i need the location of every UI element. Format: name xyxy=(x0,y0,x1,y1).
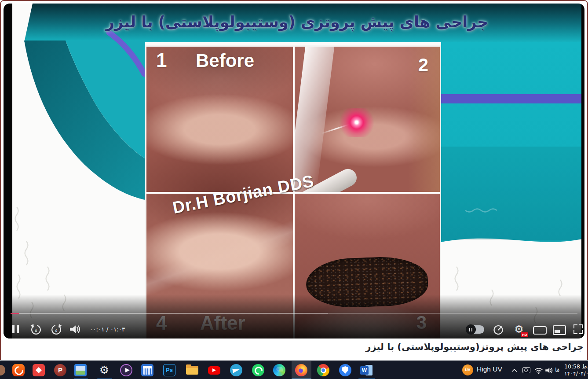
chrome-center-icon xyxy=(321,368,326,373)
clock-time: ب.ظ 10:58 xyxy=(564,363,588,370)
diamond-icon xyxy=(36,367,42,373)
wifi-icon[interactable] xyxy=(534,367,543,374)
clock-date: ۱۴۰۴/۰۴/۰۶ xyxy=(564,370,588,377)
playback-speed-button[interactable] xyxy=(493,324,504,335)
psiphon-letter: P xyxy=(58,366,62,374)
taskbar-icon-word[interactable]: W xyxy=(360,364,373,376)
folder-icon xyxy=(186,368,198,375)
video-overlay-title: جراحی های پیش پروتزی (وستیبولوپلاستی) با… xyxy=(12,13,581,31)
volume-button[interactable] xyxy=(69,324,81,334)
weather-label[interactable]: High UV xyxy=(477,365,502,373)
quadrant-number-1: 1 xyxy=(156,49,167,71)
calculator-icon xyxy=(143,366,152,375)
photo-icon xyxy=(76,366,85,375)
taskbar-icon-telegram[interactable] xyxy=(230,364,242,376)
taskbar-icon-vpn-orange[interactable] xyxy=(12,364,25,376)
fullscreen-button[interactable] xyxy=(573,324,583,334)
quadrant-number-2: 2 xyxy=(418,55,428,76)
photoshop-letters: Ps xyxy=(166,367,173,373)
play-icon xyxy=(125,368,130,372)
taskbar-icon-media-player[interactable] xyxy=(120,364,132,376)
hd-quality-badge: HD xyxy=(521,332,528,337)
windows-taskbar: P ⚙ Ps W UV High UV xyxy=(0,361,588,379)
swirl-icon xyxy=(13,364,25,377)
taskbar-icon-youtube[interactable] xyxy=(208,366,220,375)
taskbar-icon-photoshop[interactable]: Ps xyxy=(163,364,175,376)
autoplay-toggle[interactable] xyxy=(467,325,484,334)
paper-plane-icon xyxy=(232,367,240,373)
taskbar-icon-whatsapp[interactable] xyxy=(252,364,264,376)
taskbar-icon-edge[interactable] xyxy=(273,364,285,376)
firefox-swirl-icon xyxy=(299,368,304,373)
screen: جراحی های پیش پروتزی (وستیبولوپلاستی) با… xyxy=(0,0,588,379)
taskbar-icon-red-diamond-app[interactable] xyxy=(33,364,45,376)
taskbar-icon-firefox-active[interactable] xyxy=(295,364,307,376)
taskbar-icon-calculator[interactable] xyxy=(141,364,153,376)
progress-bar[interactable] xyxy=(11,313,577,314)
speaker-icon xyxy=(69,324,81,334)
rewind-amount: ۵ xyxy=(30,328,42,333)
tray-volume-icon[interactable] xyxy=(545,367,553,374)
miniplayer-button[interactable] xyxy=(553,325,566,335)
laser-glow-graphic xyxy=(338,108,375,137)
page-video-title: جراحی های پیش پروتز(وستیبولوپلاستی) با ل… xyxy=(365,342,584,352)
taskbar-icon-psiphon[interactable]: P xyxy=(54,364,66,376)
shield-icon xyxy=(342,366,348,374)
language-indicator[interactable]: فا xyxy=(555,366,560,373)
settings-button[interactable]: ⚙ HD xyxy=(512,323,526,336)
pause-button[interactable] xyxy=(12,325,20,333)
forward-5-button[interactable]: ۵ xyxy=(50,324,62,336)
forward-amount: ۵ xyxy=(50,328,62,333)
phone-icon xyxy=(253,365,264,376)
speedometer-icon xyxy=(493,324,504,335)
time-display: ۰۰:۰۱ / ۰۱:۰۳ xyxy=(90,326,125,333)
play-icon xyxy=(212,368,216,372)
taskbar-icon-file-explorer[interactable] xyxy=(186,364,198,376)
tray-cast-icon[interactable] xyxy=(522,367,530,373)
gear-icon: ⚙ xyxy=(99,364,109,376)
taskbar-icon-betternet[interactable] xyxy=(339,364,351,376)
word-letter: W xyxy=(360,366,369,375)
autoplay-knob xyxy=(466,324,476,335)
taskbar-icon-settings[interactable]: ⚙ xyxy=(98,364,110,376)
progress-played xyxy=(11,313,19,314)
theater-mode-button[interactable] xyxy=(533,326,547,335)
taskbar-icon-chrome[interactable] xyxy=(317,364,329,376)
taskbar-clock[interactable]: ب.ظ 10:58 ۱۴۰۴/۰۴/۰۶ xyxy=(564,363,588,377)
uv-index-icon[interactable]: UV xyxy=(462,364,473,375)
taskbar-icon-partial-app[interactable] xyxy=(0,365,5,375)
edge-swirl-icon xyxy=(276,367,283,372)
before-label: Before xyxy=(196,50,254,71)
video-player[interactable]: جراحی های پیش پروتزی (وستیبولوپلاستی) با… xyxy=(4,4,584,339)
taskbar-icon-photos[interactable] xyxy=(74,364,87,376)
photo-quadrant-1-before: 1 Before xyxy=(146,47,293,192)
video-surface[interactable]: جراحی های پیش پروتزی (وستیبولوپلاستی) با… xyxy=(12,4,581,339)
progress-buffer xyxy=(11,313,328,314)
rewind-5-button[interactable]: ۵ xyxy=(30,324,42,336)
tray-chevron-icon[interactable] xyxy=(511,368,517,372)
